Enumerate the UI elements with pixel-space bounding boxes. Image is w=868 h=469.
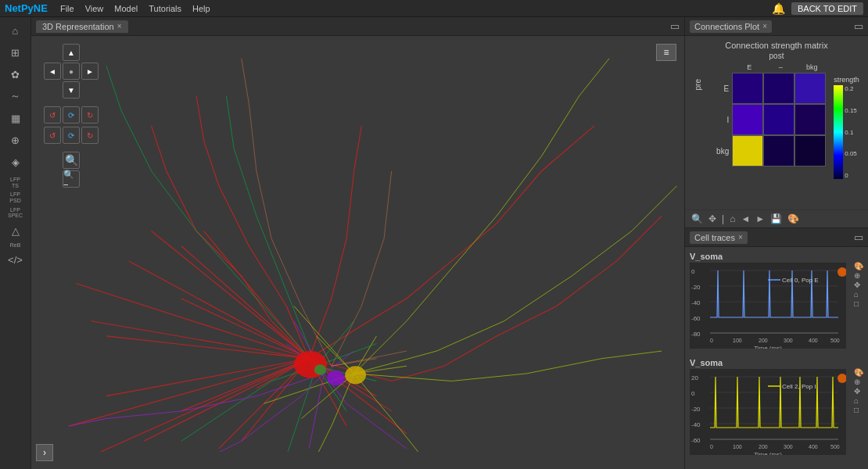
menu-bar: NetPyNE File View Model Tutorials Help 🔔… <box>0 0 868 17</box>
svg-text:0: 0 <box>710 338 713 343</box>
row-label-i: I <box>705 116 732 124</box>
trace1-color-btn[interactable]: 🎨 <box>854 263 863 270</box>
menu-model[interactable]: Model <box>114 4 138 13</box>
sidebar-network-icon[interactable]: ✿ <box>4 64 27 84</box>
cell-bkg-bkg[interactable] <box>794 135 826 166</box>
svg-text:100: 100 <box>733 338 742 343</box>
sidebar-plus-icon[interactable]: ⊕ <box>4 130 27 150</box>
cell-traces-maximize-icon[interactable]: ▭ <box>854 231 863 243</box>
nav-center-button[interactable]: ● <box>63 63 80 80</box>
svg-text:-60: -60 <box>691 437 701 444</box>
nav-down-button[interactable]: ▼ <box>63 81 80 98</box>
reset-y-button[interactable]: ⟳ <box>63 127 80 144</box>
trace2-title: V_soma <box>690 358 863 367</box>
3d-view[interactable]: ▲ ◄ ● ► ▼ ↺ ⟳ ↻ ↺ ⟳ ↻ <box>31 36 684 469</box>
cell-e-dash[interactable] <box>763 73 794 104</box>
menu-help[interactable]: Help <box>192 4 210 13</box>
matrix-title: Connection strength matrix <box>725 41 827 50</box>
nav-left-button[interactable]: ◄ <box>44 63 61 80</box>
sidebar-grid-icon[interactable]: ⊞ <box>4 42 27 63</box>
center-tab-close[interactable]: × <box>117 22 122 30</box>
rotate-ccw-y-button[interactable]: ↺ <box>44 127 61 144</box>
cell-bkg-e[interactable] <box>732 135 763 166</box>
trace2-controls: 🎨 ⊕ ✥ ⌂ □ <box>854 369 863 414</box>
cell-i-dash[interactable] <box>763 104 794 135</box>
connections-tab-close[interactable]: × <box>762 22 767 30</box>
sidebar-lfp-ts-label: LFPTS <box>10 177 20 188</box>
view-menu-button[interactable]: ≡ <box>656 44 676 61</box>
nav-up-button[interactable]: ▲ <box>63 44 80 61</box>
rotate-ccw-x-button[interactable]: ↺ <box>44 106 61 124</box>
zoom-out-button[interactable]: 🔍− <box>63 170 80 188</box>
sidebar-code-icon[interactable]: </> <box>4 250 27 270</box>
sidebar-home-icon[interactable]: ⌂ <box>4 20 27 41</box>
matrix-tool-color[interactable]: 🎨 <box>786 213 801 225</box>
center-maximize-icon[interactable]: ▭ <box>670 20 680 32</box>
colorbar-val-4: 0 <box>845 172 857 179</box>
matrix-tool-search[interactable]: 🔍 <box>690 213 705 225</box>
matrix-tool-pan[interactable]: ✥ <box>707 213 718 225</box>
menu-tutorials[interactable]: Tutorials <box>149 4 181 13</box>
colorbar-labels: 0.2 0.15 0.1 0.05 0 <box>845 85 857 179</box>
connections-maximize-icon[interactable]: ▭ <box>854 20 863 32</box>
connections-tab-bar: Connections Plot × ▭ <box>685 17 868 36</box>
cell-e-e[interactable] <box>732 73 763 104</box>
trace2-home-btn[interactable]: ⌂ <box>854 397 863 405</box>
trace1-save-btn[interactable]: □ <box>854 300 863 308</box>
sidebar-lfp-spec[interactable]: LFPSPEC <box>8 207 23 219</box>
cell-traces-panel: Cell traces × ▭ V_soma 0 -20 -40 <box>685 228 868 469</box>
sidebar-lfp-spec-label: LFPSPEC <box>8 207 23 219</box>
svg-text:20: 20 <box>691 374 698 381</box>
back-to-edit-button[interactable]: BACK TO EDIT <box>791 2 863 15</box>
nav-right-button[interactable]: ► <box>81 63 99 80</box>
trace1-title: V_soma <box>690 252 863 261</box>
trace1-home-btn[interactable]: ⌂ <box>854 291 863 299</box>
cell-traces-tab[interactable]: Cell traces × <box>690 231 748 244</box>
svg-text:300: 300 <box>784 338 793 343</box>
rotate-row-1: ↺ ⟳ ↻ <box>44 106 99 124</box>
trace2-color-btn[interactable]: 🎨 <box>854 369 863 377</box>
cell-i-bkg[interactable] <box>794 104 826 135</box>
colorbar-val-1: 0.15 <box>845 107 857 114</box>
matrix-container: pre E – bkg E <box>694 63 859 179</box>
colorbar-val-0: 0.2 <box>845 85 857 92</box>
trace2-pan-btn[interactable]: ✥ <box>854 388 863 396</box>
rotate-cw-y-button[interactable]: ↻ <box>81 127 99 144</box>
sidebar-wave-icon[interactable]: ～ <box>4 86 27 106</box>
connections-tab-label: Connections Plot <box>694 22 759 31</box>
sidebar-lfp-ts[interactable]: LFPTS <box>10 177 20 188</box>
reset-view-button[interactable]: ⟳ <box>63 106 80 124</box>
zoom-in-button[interactable]: 🔍 <box>63 152 80 169</box>
trace1-svg: 0 -20 -40 -60 -80 <box>690 263 846 349</box>
matrix-tool-back[interactable]: ◄ <box>739 213 751 225</box>
sidebar-speaker-icon[interactable]: ◈ <box>4 152 27 172</box>
menu-view[interactable]: View <box>85 4 104 13</box>
rotate-cw-x-button[interactable]: ↻ <box>81 106 99 124</box>
row-label-bkg: bkg <box>705 147 732 156</box>
cell-i-e[interactable] <box>732 104 763 135</box>
cell-traces-tab-close[interactable]: × <box>738 233 743 242</box>
center-tab-3d[interactable]: 3D Representation × <box>36 20 128 33</box>
sidebar-reb-icon[interactable]: △ <box>4 220 27 241</box>
trace-chart-1: V_soma 0 -20 -40 -60 -80 <box>685 247 868 350</box>
sidebar-bar-icon[interactable]: ▦ <box>4 108 27 128</box>
trace1-zoom-btn[interactable]: ⊕ <box>854 272 863 280</box>
connections-tab[interactable]: Connections Plot × <box>690 20 772 33</box>
rotate-row-2: ↺ ⟳ ↻ <box>44 127 99 144</box>
svg-text:400: 400 <box>809 444 818 449</box>
matrix-tool-forward[interactable]: ► <box>754 213 766 225</box>
notification-icon[interactable]: 🔔 <box>772 2 785 15</box>
expand-sidebar-button[interactable]: › <box>36 444 53 461</box>
sidebar-lfp-psd[interactable]: LFPPSD <box>9 192 20 203</box>
matrix-tool-bar[interactable]: | <box>720 213 726 225</box>
trace2-zoom-btn[interactable]: ⊕ <box>854 378 863 386</box>
trace1-pan-btn[interactable]: ✥ <box>854 281 863 289</box>
cell-bkg-dash[interactable] <box>763 135 794 166</box>
menu-file[interactable]: File <box>60 4 74 13</box>
trace1-wrapper: 0 -20 -40 -60 -80 <box>690 263 863 350</box>
trace2-save-btn[interactable]: □ <box>854 406 863 414</box>
cell-e-bkg[interactable] <box>794 73 826 104</box>
matrix-tool-save[interactable]: 💾 <box>769 213 784 225</box>
matrix-tool-home[interactable]: ⌂ <box>728 213 737 225</box>
neural-visualization <box>31 36 684 452</box>
